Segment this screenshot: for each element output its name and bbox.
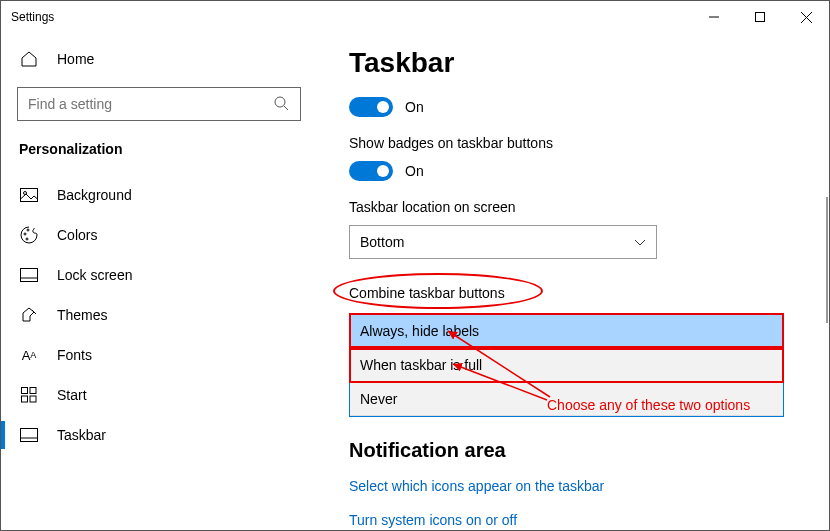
svg-rect-13: [22, 388, 28, 394]
taskbar-icon: [19, 425, 39, 445]
themes-icon: [19, 305, 39, 325]
svg-rect-11: [21, 269, 38, 282]
sidebar-home[interactable]: Home: [1, 39, 317, 79]
sidebar-item-taskbar[interactable]: Taskbar: [1, 415, 317, 455]
svg-line-5: [284, 106, 288, 110]
toggle-1-state: On: [405, 99, 424, 115]
toggle-badges[interactable]: [349, 161, 393, 181]
window-title: Settings: [11, 10, 54, 24]
location-label: Taskbar location on screen: [349, 199, 829, 215]
combine-option-1[interactable]: When taskbar is full: [350, 348, 783, 382]
main-panel: Taskbar On Show badges on taskbar button…: [317, 33, 829, 530]
svg-rect-1: [756, 13, 765, 22]
sidebar: Home Personalization Background Colors L…: [1, 33, 317, 530]
fonts-icon: AA: [19, 345, 39, 365]
notification-heading: Notification area: [349, 439, 829, 462]
minimize-button[interactable]: [691, 1, 737, 33]
search-input[interactable]: [17, 87, 301, 121]
annotation-text: Choose any of these two options: [547, 397, 750, 413]
sidebar-item-label: Background: [57, 187, 132, 203]
toggle-badges-state: On: [405, 163, 424, 179]
location-value: Bottom: [360, 234, 404, 250]
svg-point-10: [26, 238, 28, 240]
sidebar-item-start[interactable]: Start: [1, 375, 317, 415]
link-select-icons[interactable]: Select which icons appear on the taskbar: [349, 478, 829, 494]
svg-rect-15: [22, 396, 28, 402]
chevron-down-icon: [634, 234, 646, 250]
sidebar-section-label: Personalization: [1, 135, 317, 175]
svg-rect-17: [21, 429, 38, 442]
sidebar-home-label: Home: [57, 51, 94, 67]
sidebar-item-label: Taskbar: [57, 427, 106, 443]
svg-point-8: [24, 233, 26, 235]
picture-icon: [19, 185, 39, 205]
sidebar-item-themes[interactable]: Themes: [1, 295, 317, 335]
sidebar-item-label: Colors: [57, 227, 97, 243]
titlebar: Settings: [1, 1, 829, 33]
close-button[interactable]: [783, 1, 829, 33]
combine-label: Combine taskbar buttons: [349, 285, 829, 301]
start-icon: [19, 385, 39, 405]
sidebar-item-fonts[interactable]: AA Fonts: [1, 335, 317, 375]
toggle-1[interactable]: [349, 97, 393, 117]
svg-rect-16: [30, 396, 36, 402]
badges-label: Show badges on taskbar buttons: [349, 135, 829, 151]
palette-icon: [19, 225, 39, 245]
home-icon: [19, 49, 39, 69]
sidebar-item-label: Themes: [57, 307, 108, 323]
scrollbar-thumb[interactable]: [826, 197, 828, 323]
maximize-button[interactable]: [737, 1, 783, 33]
link-system-icons[interactable]: Turn system icons on or off: [349, 512, 829, 528]
search-field[interactable]: [28, 96, 274, 112]
location-dropdown[interactable]: Bottom: [349, 225, 657, 259]
page-title: Taskbar: [349, 47, 829, 79]
svg-point-9: [27, 229, 29, 231]
sidebar-item-label: Start: [57, 387, 87, 403]
sidebar-item-label: Fonts: [57, 347, 92, 363]
sidebar-item-label: Lock screen: [57, 267, 132, 283]
svg-rect-14: [30, 388, 36, 394]
sidebar-item-lockscreen[interactable]: Lock screen: [1, 255, 317, 295]
combine-option-0[interactable]: Always, hide labels: [350, 314, 783, 348]
svg-point-4: [275, 97, 285, 107]
sidebar-item-colors[interactable]: Colors: [1, 215, 317, 255]
svg-rect-6: [21, 189, 38, 202]
sidebar-item-background[interactable]: Background: [1, 175, 317, 215]
lockscreen-icon: [19, 265, 39, 285]
search-icon: [274, 96, 290, 112]
